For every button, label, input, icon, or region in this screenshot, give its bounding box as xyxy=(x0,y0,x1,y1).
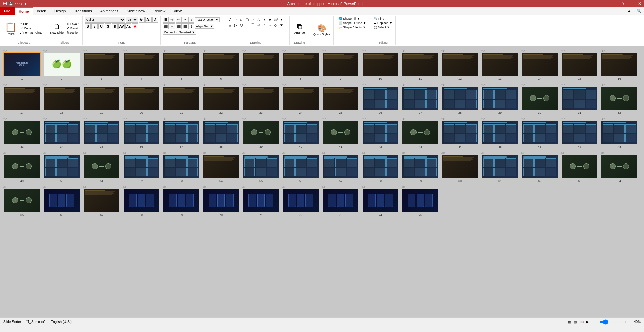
slide-thumbnail[interactable] xyxy=(362,86,399,110)
underline-button[interactable]: U xyxy=(98,23,104,29)
shape-triangle[interactable]: △ xyxy=(256,17,261,22)
slide-item[interactable]: ⌂▷ 8 xyxy=(282,49,319,80)
slide-item[interactable]: ⌂▷ 58 xyxy=(362,151,399,183)
slide-item[interactable]: ⌂▷ 67 xyxy=(83,185,120,217)
slide-thumbnail[interactable] xyxy=(203,188,240,213)
slide-item[interactable]: ⌂▷ 54 xyxy=(203,151,240,183)
new-slide-button[interactable]: 🗋 New Slide xyxy=(49,22,65,35)
slide-thumbnail[interactable] xyxy=(163,120,200,144)
zoom-slider[interactable] xyxy=(599,319,626,325)
slide-thumbnail[interactable] xyxy=(83,52,120,76)
slide-item[interactable]: ⌂▷ ○ 43 xyxy=(402,117,439,148)
slide-thumbnail[interactable] xyxy=(83,188,120,213)
font-size-increase[interactable]: A↑ xyxy=(139,17,145,23)
font-color-button[interactable]: A xyxy=(132,23,138,29)
slide-item[interactable]: ⌂▷ 74 xyxy=(362,185,399,217)
slide-item[interactable]: ⌂▷ 29 xyxy=(481,83,518,114)
slide-item[interactable]: ⌂▷ 69 xyxy=(163,185,200,217)
shape-10[interactable]: ◇ xyxy=(273,22,278,28)
shape-callout[interactable]: 💬 xyxy=(273,17,278,22)
slide-item[interactable]: ⌂▷ 42 xyxy=(362,117,399,148)
slide-thumbnail[interactable] xyxy=(402,188,439,213)
shadow-button[interactable]: S̲ xyxy=(112,23,118,29)
slide-item[interactable]: ⌂▷ 38 xyxy=(203,117,240,148)
slide-item[interactable]: ⌂▷ 3 xyxy=(83,49,120,80)
slide-item[interactable]: ⌂▷ 18 xyxy=(43,83,80,114)
slide-thumbnail[interactable] xyxy=(362,154,399,178)
slide-thumbnail[interactable] xyxy=(521,52,558,76)
shape-effects-arrow[interactable]: ▼ xyxy=(363,26,366,29)
find-button[interactable]: 🔍 Find xyxy=(373,17,385,21)
slide-item[interactable]: ⌂▷ 35 xyxy=(83,117,120,148)
copy-button[interactable]: 📄 Copy xyxy=(19,26,45,30)
slide-thumbnail[interactable]: 🍏🍏 xyxy=(43,52,80,76)
slide-item[interactable]: ⌂▷ 21 xyxy=(163,83,200,114)
tab-file[interactable]: File xyxy=(0,7,15,15)
slide-thumbnail[interactable] xyxy=(123,188,160,213)
slide-item[interactable]: ⌂▷ ○ 39 xyxy=(242,117,279,148)
slide-item[interactable]: ⌂▷ 16 xyxy=(601,49,638,80)
slide-sheet-label[interactable]: "1_Summer" xyxy=(26,320,45,324)
align-text-button[interactable]: Align Text ▼ xyxy=(195,24,214,29)
slide-item[interactable]: ⌂▷ 13 xyxy=(481,49,518,80)
shape-8[interactable]: ☆ xyxy=(262,22,267,28)
slide-thumbnail[interactable]: ○ xyxy=(3,120,41,144)
slideshow-icon[interactable]: ▶ xyxy=(586,320,589,324)
slide-item[interactable]: ⌂▷🍏🍏2 xyxy=(43,49,80,80)
slide-thumbnail[interactable] xyxy=(481,120,518,144)
slide-item[interactable]: ⌂▷ 26 xyxy=(362,83,399,114)
slide-thumbnail[interactable] xyxy=(481,154,518,178)
slide-item[interactable]: ⌂▷ 28 xyxy=(441,83,479,114)
slide-item[interactable]: ⌂▷ 66 xyxy=(43,185,80,217)
slide-item[interactable]: ⌂▷ 4 xyxy=(123,49,160,80)
shape-5[interactable]: ⟨ xyxy=(244,22,250,28)
shape-7[interactable]: ↩ xyxy=(256,22,261,28)
slide-item[interactable]: ⌂▷ 31 xyxy=(561,83,598,114)
replace-button[interactable]: ⇄ Replace ▼ xyxy=(373,21,393,25)
col-count[interactable]: ⫿ xyxy=(188,23,194,29)
increase-indent[interactable]: ⇥ xyxy=(182,17,188,23)
slide-item[interactable]: ⌂▷ 46 xyxy=(521,117,558,148)
slide-thumbnail[interactable] xyxy=(242,188,279,213)
shape-outline-button[interactable]: ⬜ Shape Outline ▼ xyxy=(338,21,367,25)
slide-item[interactable]: ⌂▷ 12 xyxy=(441,49,479,80)
shape-9[interactable]: ✦ xyxy=(267,22,273,28)
tab-slideshow[interactable]: Slide Show xyxy=(123,7,149,15)
slide-thumbnail[interactable] xyxy=(242,52,279,76)
slide-thumbnail[interactable] xyxy=(402,86,439,110)
slide-thumbnail[interactable] xyxy=(362,120,399,144)
shape-rect[interactable]: □ xyxy=(239,17,244,22)
zoom-in-icon[interactable]: + xyxy=(629,320,631,324)
slide-item[interactable]: ⌂▷ ○ 41 xyxy=(322,117,359,148)
quick-undo[interactable]: ↩ xyxy=(15,2,18,6)
slide-thumbnail[interactable] xyxy=(203,120,240,144)
quick-more[interactable]: ▼ xyxy=(24,2,27,6)
zoom-out-icon[interactable]: ─ xyxy=(594,320,597,324)
section-button[interactable]: § Section xyxy=(66,31,80,35)
slide-item[interactable]: ⌂▷ 75 xyxy=(402,185,439,217)
shape-effects-button[interactable]: ✨ Shape Effects ▼ xyxy=(338,25,367,29)
slide-item[interactable]: ⌂▷ 68 xyxy=(123,185,160,217)
slide-thumbnail[interactable] xyxy=(402,154,439,178)
slide-thumbnail[interactable] xyxy=(203,154,240,178)
shape-2[interactable]: △ xyxy=(227,22,233,28)
slide-panel[interactable]: ⌂▷ArchitectureClinic1⌂▷🍏🍏2⌂▷ 3⌂▷ 4⌂▷ 5⌂▷ xyxy=(0,46,644,317)
language-label[interactable]: English (U.S.) xyxy=(51,320,72,324)
layout-button[interactable]: ⊞ Layout xyxy=(66,22,80,26)
search-icon[interactable]: 🔍 xyxy=(634,7,644,15)
slide-thumbnail[interactable] xyxy=(282,120,319,144)
select-button[interactable]: ⬚ Select ▼ xyxy=(373,25,391,29)
shape-fill-button[interactable]: 🪣 Shape Fill ▼ xyxy=(338,17,361,21)
slide-thumbnail[interactable]: ○ xyxy=(3,188,41,213)
slide-item[interactable]: ⌂▷ ○ 65 xyxy=(3,185,41,217)
slide-thumbnail[interactable] xyxy=(441,52,479,76)
slide-item[interactable]: ⌂▷ 56 xyxy=(282,151,319,183)
slide-item[interactable]: ⌂▷ 7 xyxy=(242,49,279,80)
tab-design[interactable]: Design xyxy=(50,7,70,15)
slide-thumbnail[interactable] xyxy=(282,86,319,110)
slide-thumbnail[interactable] xyxy=(43,120,80,144)
slide-thumbnail[interactable]: ○ xyxy=(3,154,41,178)
quick-redo[interactable]: ↪ xyxy=(19,2,22,6)
slide-item[interactable]: ⌂▷ 15 xyxy=(561,49,598,80)
slide-item[interactable]: ⌂▷ 34 xyxy=(43,117,80,148)
